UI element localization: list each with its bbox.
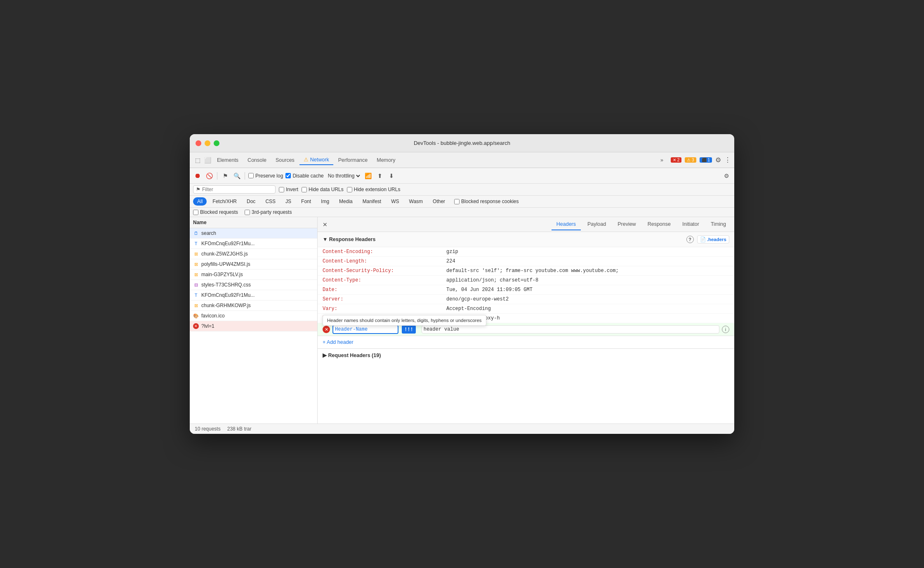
res-tab-media[interactable]: Media bbox=[335, 197, 357, 206]
tab-elements[interactable]: Elements bbox=[213, 156, 243, 165]
header-value: 224 bbox=[446, 258, 729, 264]
devtools-tab-bar: ⬚ ⬜ Elements Console Sources ⚠ Network P… bbox=[190, 152, 734, 168]
res-tab-other[interactable]: Other bbox=[429, 197, 449, 206]
header-name-error-badge: !!! bbox=[402, 325, 416, 334]
header-value-input[interactable] bbox=[422, 325, 719, 334]
third-party-checkbox[interactable] bbox=[245, 210, 250, 215]
tab-network[interactable]: ⚠ Network bbox=[299, 155, 333, 165]
list-item[interactable]: ⊠ chunk-GRHMKOWP.js bbox=[190, 301, 317, 311]
upload-icon[interactable]: ⬆ bbox=[375, 171, 384, 180]
throttle-select-label: No throttling Fast 3G Slow 3G bbox=[326, 173, 361, 179]
third-party-label[interactable]: 3rd-party requests bbox=[245, 209, 292, 215]
request-headers-toggle[interactable]: ▶ Request Headers (19) bbox=[323, 352, 729, 358]
header-info-icon[interactable]: i bbox=[722, 326, 729, 333]
hide-extension-urls-checkbox[interactable] bbox=[347, 187, 352, 192]
invert-checkbox[interactable] bbox=[279, 187, 284, 192]
close-detail-button[interactable]: ✕ bbox=[321, 220, 329, 230]
info-badge: ⬛ 1 bbox=[700, 157, 712, 163]
header-name-input[interactable] bbox=[332, 325, 398, 334]
help-icon[interactable]: ? bbox=[686, 236, 694, 243]
status-bar: 10 requests 238 kB trar bbox=[190, 424, 734, 434]
toolbar-divider-1 bbox=[217, 172, 217, 180]
css-icon: ⊟ bbox=[193, 282, 199, 288]
list-item[interactable]: 🗒 search bbox=[190, 228, 317, 239]
more-options-icon[interactable]: ⋮ bbox=[724, 156, 731, 164]
res-tab-wasm[interactable]: Wasm bbox=[405, 197, 427, 206]
search-icon[interactable]: 🔍 bbox=[232, 171, 241, 180]
delete-header-button[interactable]: ✕ bbox=[323, 326, 330, 333]
main-content: Name 🗒 search T KFOmCnqEu92Fr1Mu... ⊠ ch… bbox=[190, 217, 734, 424]
hide-data-urls-label[interactable]: Hide data URLs bbox=[302, 187, 344, 192]
tab-performance[interactable]: Performance bbox=[334, 156, 372, 165]
header-row-content-type: Content-Type: application/json; charset=… bbox=[318, 276, 734, 285]
element-selector-icon[interactable]: ⬚ bbox=[193, 156, 202, 165]
preserve-log-label[interactable]: Preserve log bbox=[248, 173, 283, 179]
minimize-button[interactable] bbox=[205, 140, 210, 146]
invert-label[interactable]: Invert bbox=[279, 187, 298, 192]
warning-badge: ⚠ 3 bbox=[685, 157, 696, 163]
tab-sources[interactable]: Sources bbox=[271, 156, 299, 165]
header-row-content-encoding: Content-Encoding: gzip bbox=[318, 247, 734, 257]
list-item[interactable]: T KFOmCnqEu92Fr1Mu... bbox=[190, 239, 317, 249]
res-tab-ws[interactable]: WS bbox=[387, 197, 403, 206]
preserve-log-checkbox[interactable] bbox=[248, 173, 254, 178]
res-tab-font[interactable]: Font bbox=[297, 197, 315, 206]
add-header-button[interactable]: + Add header bbox=[318, 336, 358, 348]
response-headers-section-title[interactable]: ▼ Response Headers ? 📄 .headers bbox=[318, 232, 734, 247]
list-item[interactable]: ⊠ polyfills-UPW4ZMSI.js bbox=[190, 259, 317, 270]
list-item[interactable]: 🎨 favicon.ico bbox=[190, 311, 317, 321]
blocked-requests-checkbox[interactable] bbox=[193, 210, 198, 215]
detail-tab-initiator[interactable]: Initiator bbox=[677, 219, 704, 230]
res-tab-js[interactable]: JS bbox=[281, 197, 295, 206]
maximize-button[interactable] bbox=[214, 140, 219, 146]
clear-button[interactable]: 🚫 bbox=[205, 171, 214, 180]
request-name: KFOmCnqEu92Fr1Mu... bbox=[201, 241, 255, 246]
download-icon[interactable]: ⬇ bbox=[387, 171, 396, 180]
detail-tab-timing[interactable]: Timing bbox=[706, 219, 731, 230]
headers-file-button[interactable]: 📄 .headers bbox=[697, 235, 729, 244]
request-name: main-G3PZY5LV.js bbox=[201, 272, 243, 277]
hide-extension-urls-label[interactable]: Hide extension URLs bbox=[347, 187, 401, 192]
detail-tab-headers[interactable]: Headers bbox=[552, 219, 581, 230]
close-button[interactable] bbox=[196, 140, 201, 146]
header-value: deno/gcp-europe-west2 bbox=[446, 296, 729, 302]
list-item[interactable]: ⊠ chunk-Z5WZJGHS.js bbox=[190, 249, 317, 259]
js-icon: ⊠ bbox=[193, 261, 199, 267]
list-item[interactable]: ✕ ?lvl=1 bbox=[190, 321, 317, 331]
record-button[interactable]: ⏺ bbox=[193, 171, 202, 180]
filter-input[interactable] bbox=[202, 187, 256, 192]
headers-section: ▼ Response Headers ? 📄 .headers Content-… bbox=[318, 232, 734, 362]
header-value: default-src 'self'; frame-src youtube.co… bbox=[446, 268, 729, 274]
res-tab-manifest[interactable]: Manifest bbox=[358, 197, 385, 206]
list-item[interactable]: ⊟ styles-T73CSHRQ.css bbox=[190, 280, 317, 290]
list-item[interactable]: ⊠ main-G3PZY5LV.js bbox=[190, 270, 317, 280]
header-name: Content-Encoding: bbox=[323, 249, 446, 255]
detail-tab-payload[interactable]: Payload bbox=[582, 219, 611, 230]
tab-console[interactable]: Console bbox=[243, 156, 271, 165]
wifi-icon[interactable]: 📶 bbox=[364, 171, 373, 180]
filter-icon[interactable]: ⚑ bbox=[221, 171, 230, 180]
detail-tab-response[interactable]: Response bbox=[643, 219, 676, 230]
res-tab-img[interactable]: Img bbox=[317, 197, 333, 206]
blocked-requests-label[interactable]: Blocked requests bbox=[193, 209, 238, 215]
res-tab-all[interactable]: All bbox=[193, 197, 207, 206]
res-tab-doc[interactable]: Doc bbox=[243, 197, 259, 206]
disable-cache-checkbox[interactable] bbox=[285, 173, 291, 178]
network-settings-icon[interactable]: ⚙ bbox=[722, 171, 731, 180]
hide-data-urls-checkbox[interactable] bbox=[302, 187, 307, 192]
throttle-select[interactable]: No throttling Fast 3G Slow 3G bbox=[326, 173, 361, 179]
list-item[interactable]: T KFOmCnqEu92Fr1Mu... bbox=[190, 290, 317, 301]
blocked-cookies-checkbox[interactable] bbox=[454, 199, 460, 204]
detail-tab-preview[interactable]: Preview bbox=[613, 219, 641, 230]
blocked-cookies-label[interactable]: Blocked response cookies bbox=[454, 199, 519, 204]
header-value: application/json; charset=utf-8 bbox=[446, 277, 729, 283]
device-emulation-icon[interactable]: ⬜ bbox=[203, 156, 212, 165]
header-value: http/2 edgeproxy-h bbox=[446, 315, 729, 321]
tab-more-icon[interactable]: » bbox=[656, 156, 667, 165]
disable-cache-label[interactable]: Disable cache bbox=[285, 173, 323, 179]
settings-gear-icon[interactable]: ⚙ bbox=[715, 156, 721, 164]
request-name: chunk-GRHMKOWP.js bbox=[201, 303, 251, 308]
res-tab-css[interactable]: CSS bbox=[261, 197, 280, 206]
res-tab-fetch[interactable]: Fetch/XHR bbox=[208, 197, 241, 206]
tab-memory[interactable]: Memory bbox=[372, 156, 399, 165]
